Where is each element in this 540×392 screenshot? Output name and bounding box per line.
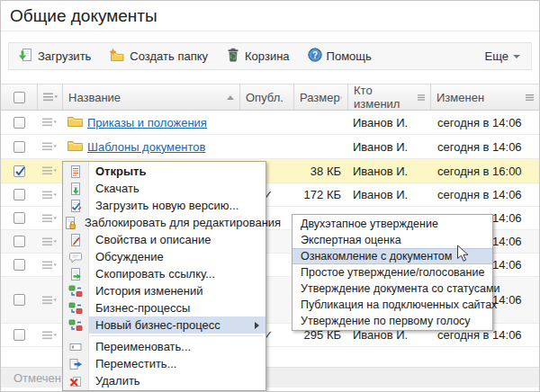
submenu-arrow-icon	[255, 322, 259, 329]
column-header-name[interactable]: Название	[62, 85, 239, 110]
column-header-published[interactable]: Опубл.	[239, 85, 293, 110]
menu-item-rename[interactable]: Переименовать...	[63, 338, 266, 355]
column-header-modified-by[interactable]: Кто изменил	[347, 85, 430, 110]
header-row-menu[interactable]	[37, 85, 62, 110]
copy-link-icon	[63, 267, 88, 281]
menu-item-delete[interactable]: Удалить	[63, 372, 266, 389]
row-menu-icon	[42, 261, 57, 270]
sort-ascending-icon	[227, 95, 234, 100]
toolbar: Загрузить Создать папку Корзина	[8, 42, 532, 70]
upload-button[interactable]: Загрузить	[18, 48, 91, 65]
create-folder-button[interactable]: Создать папку	[109, 49, 208, 65]
business-process-icon	[63, 301, 88, 316]
row-checkbox[interactable]	[14, 294, 25, 306]
title-divider	[1, 31, 539, 31]
menu-item-discussion[interactable]: Обсуждение	[63, 248, 266, 265]
row-checkbox-checked[interactable]	[14, 165, 25, 177]
row-menu-button[interactable]	[37, 324, 62, 346]
chevron-down-icon	[513, 55, 520, 58]
row-menu-icon	[42, 142, 57, 151]
row-menu-button[interactable]	[37, 135, 62, 158]
column-settings-icon[interactable]	[526, 94, 534, 101]
submenu-item-first-vote-approval[interactable]: Утверждение по первому голосу	[292, 313, 492, 329]
folder-icon	[68, 139, 83, 154]
row-checkbox[interactable]	[14, 189, 25, 200]
row-checkbox[interactable]	[14, 117, 25, 129]
recycle-bin-button[interactable]: Корзина	[226, 48, 290, 65]
submenu-item-approval-with-statuses[interactable]: Утверждение документа со статусами	[292, 281, 492, 297]
row-menu-icon	[42, 166, 57, 175]
business-process-icon	[63, 318, 88, 333]
select-all-checkbox[interactable]	[14, 92, 25, 103]
row-menu-icon	[43, 93, 58, 102]
menu-item-lock-for-editing[interactable]: Заблокировать для редактирования	[63, 214, 266, 231]
row-menu-button[interactable]	[37, 111, 62, 134]
row-checkbox[interactable]	[14, 141, 25, 153]
column-header-size[interactable]: Размер	[293, 85, 347, 110]
business-process-icon	[63, 284, 88, 298]
more-button[interactable]: Еще	[485, 49, 520, 63]
row-menu-button[interactable]	[37, 183, 62, 206]
row-menu-button[interactable]	[37, 207, 62, 229]
row-checkbox[interactable]	[14, 212, 25, 224]
menu-item-copy-link[interactable]: Скопировать ссылку...	[63, 265, 266, 282]
menu-item-change-history[interactable]: История изменений	[63, 282, 266, 299]
row-menu-button[interactable]	[37, 277, 62, 323]
submenu-item-expert-evaluation[interactable]: Экспертная оценка	[292, 232, 492, 248]
row-menu-button[interactable]	[37, 254, 62, 276]
menu-item-open[interactable]: Открыть	[63, 163, 266, 180]
selected-count-label: Отмечен	[14, 371, 61, 385]
submenu-item-document-review[interactable]: Ознакомление с документом	[292, 248, 492, 264]
row-checkbox[interactable]	[14, 236, 25, 247]
business-process-submenu: Двухэтапное утверждение Экспертная оценк…	[292, 214, 493, 331]
download-icon	[63, 182, 88, 196]
menu-item-upload-new-version[interactable]: Загрузить новую версию...	[63, 197, 266, 214]
help-button[interactable]: ? Помощь	[308, 48, 372, 65]
row-menu-button[interactable]	[37, 159, 62, 183]
properties-icon	[63, 233, 88, 247]
lock-icon	[63, 216, 77, 230]
submenu-item-publish-to-connected-sites[interactable]: Публикация на подключенных сайтах	[292, 297, 492, 313]
submenu-item-simple-approval-voting[interactable]: Простое утверждение/голосование	[292, 264, 492, 281]
new-folder-icon	[109, 49, 125, 65]
row-menu-icon	[42, 296, 57, 305]
menu-item-move[interactable]: Переместить...	[63, 355, 266, 372]
discussion-icon	[63, 250, 88, 264]
menu-item-business-processes[interactable]: Бизнес-процессы	[63, 299, 266, 316]
row-menu-icon	[42, 118, 57, 127]
submenu-item-two-stage-approval[interactable]: Двухэтапное утверждение	[292, 216, 492, 232]
help-icon: ?	[308, 48, 322, 65]
row-menu-icon	[42, 214, 57, 223]
open-icon	[63, 165, 88, 179]
folder-icon	[68, 115, 83, 129]
document-manager-window: Общие документы Загрузить Создать папку	[0, 0, 540, 392]
row-checkbox[interactable]	[14, 329, 25, 341]
table-row: Шаблоны документов Иванов И. сегодня в 1…	[1, 135, 539, 159]
upload-version-icon	[63, 199, 88, 213]
column-header-modified[interactable]: Изменен	[430, 85, 539, 110]
rename-icon	[63, 340, 88, 354]
menu-item-download[interactable]: Скачать	[63, 180, 266, 197]
folder-link[interactable]: Шаблоны документов	[87, 140, 205, 154]
row-menu-icon	[42, 191, 57, 200]
page-title: Общие документы	[10, 6, 158, 26]
upload-icon	[18, 48, 33, 65]
row-menu-button[interactable]	[37, 230, 62, 253]
trash-icon	[226, 48, 240, 65]
move-icon	[63, 357, 88, 371]
grid-header: Название Опубл. Размер Кто изменил Измен…	[1, 84, 539, 111]
delete-icon	[63, 374, 88, 388]
folder-link[interactable]: Приказы и положения	[87, 116, 207, 129]
menu-item-new-business-process[interactable]: Новый бизнес-процесс	[63, 316, 266, 334]
svg-text:?: ?	[312, 50, 318, 60]
menu-item-properties[interactable]: Свойства и описание	[63, 231, 266, 248]
column-settings-icon[interactable]	[418, 94, 425, 101]
row-menu-icon	[42, 237, 57, 246]
row-checkbox[interactable]	[14, 259, 25, 271]
context-menu: Открыть Скачать Загрузить новую версию..…	[62, 161, 266, 391]
row-menu-icon	[42, 331, 57, 340]
table-row: Приказы и положения Иванов И. сегодня в …	[1, 111, 539, 135]
select-all-checkbox-cell[interactable]	[1, 85, 37, 110]
column-settings-icon[interactable]	[340, 94, 342, 101]
